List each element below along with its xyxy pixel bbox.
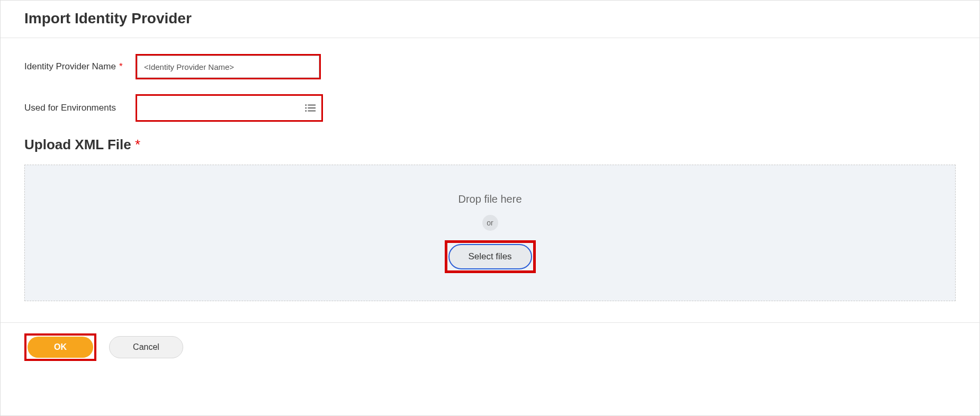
svg-rect-1 — [308, 105, 316, 106]
form-section: Identity Provider Name * Used for Enviro… — [1, 38, 979, 301]
row-identity-name: Identity Provider Name * — [24, 54, 956, 79]
highlight-select-files: Select files — [445, 240, 536, 273]
select-files-button[interactable]: Select files — [448, 244, 532, 269]
svg-rect-3 — [308, 107, 316, 108]
page-title: Import Identity Provider — [24, 10, 956, 27]
highlight-ok: OK — [24, 333, 96, 361]
upload-heading: Upload XML File * — [24, 137, 956, 153]
upload-heading-text: Upload XML File — [24, 137, 131, 152]
svg-rect-5 — [308, 111, 316, 112]
identity-name-input[interactable] — [137, 56, 319, 78]
environments-select[interactable] — [137, 96, 321, 120]
cancel-button[interactable]: Cancel — [109, 336, 183, 358]
list-icon — [304, 103, 316, 113]
highlight-name-input — [136, 54, 321, 79]
header: Import Identity Provider — [1, 1, 979, 38]
environments-label-text: Used for Environments — [24, 103, 116, 113]
identity-name-label-text: Identity Provider Name — [24, 61, 116, 72]
required-asterisk: * — [119, 61, 123, 72]
highlight-env-select — [136, 94, 323, 122]
drop-text: Drop file here — [458, 193, 522, 205]
or-divider: or — [482, 215, 498, 231]
footer: OK Cancel — [1, 322, 979, 372]
svg-point-4 — [305, 110, 307, 112]
row-environments: Used for Environments — [24, 94, 956, 122]
upload-required-asterisk: * — [135, 137, 140, 152]
identity-name-label: Identity Provider Name * — [24, 61, 136, 72]
ok-button[interactable]: OK — [28, 337, 93, 358]
svg-point-0 — [305, 104, 307, 106]
dropzone[interactable]: Drop file here or Select files — [24, 165, 956, 301]
svg-point-2 — [305, 107, 307, 109]
environments-label: Used for Environments — [24, 103, 136, 113]
